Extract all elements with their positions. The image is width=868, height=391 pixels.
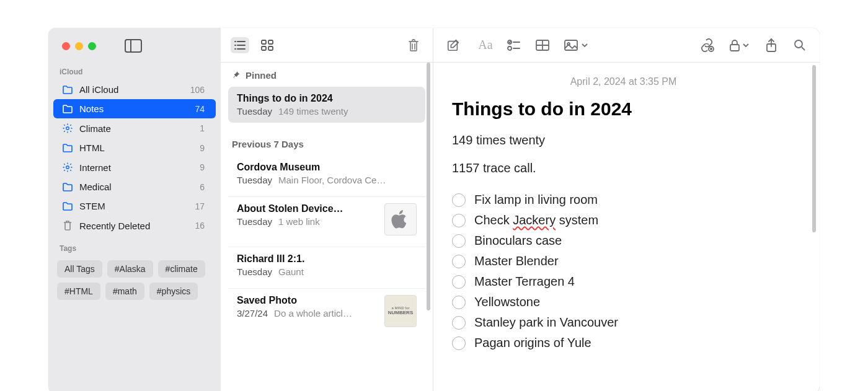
note-item[interactable]: Richard III 2:1.TuesdayGaunt: [228, 247, 425, 283]
minimize-window-button[interactable]: [75, 42, 83, 50]
note-item-date: Tuesday: [237, 106, 272, 116]
checklist-item[interactable]: Master Blender: [452, 254, 795, 268]
editor-scrollbar[interactable]: [811, 65, 817, 232]
folder-count: 16: [195, 221, 205, 231]
svg-point-17: [508, 46, 512, 50]
folder-icon: [62, 182, 73, 192]
share-icon: [766, 38, 777, 52]
checklist-item[interactable]: Binoculars case: [452, 234, 795, 248]
grid-view-button[interactable]: [258, 37, 277, 53]
sidebar-folder-all-icloud[interactable]: All iCloud106: [53, 80, 216, 99]
close-window-button[interactable]: [62, 42, 70, 50]
sidebar-folder-recently-deleted[interactable]: Recently Deleted16: [53, 216, 216, 235]
checkbox-circle[interactable]: [452, 255, 466, 268]
format-button[interactable]: Aa: [478, 38, 493, 53]
checklist-button[interactable]: [507, 38, 521, 53]
previous-7-days-header[interactable]: Previous 7 Days: [221, 128, 433, 156]
checklist-text[interactable]: Binoculars case: [474, 234, 562, 248]
svg-line-30: [802, 47, 805, 50]
list-view-button[interactable]: [231, 37, 249, 53]
sidebar-folder-internet[interactable]: Internet9: [53, 157, 216, 177]
media-button[interactable]: [564, 38, 588, 53]
table-icon: [536, 40, 549, 51]
note-item[interactable]: Things to do in 2024Tuesday149 times twe…: [228, 87, 425, 123]
checklist-text[interactable]: Pagan origins of Yule: [474, 336, 591, 350]
svg-point-29: [795, 40, 802, 48]
folder-icon: [62, 104, 73, 114]
gear-icon: [62, 123, 73, 134]
tag-alaska[interactable]: #Alaska: [107, 260, 153, 278]
checklist-text[interactable]: Yellowstone: [474, 295, 540, 309]
folder-count: 74: [195, 104, 205, 114]
list-scrollbar[interactable]: [425, 63, 432, 310]
zoom-window-button[interactable]: [88, 42, 96, 50]
note-paragraph[interactable]: 1157 trace call.: [452, 161, 795, 175]
note-item[interactable]: About Stolen Device…Tuesday1 web link: [228, 196, 425, 242]
checklist-item[interactable]: Stanley park in Vancouver: [452, 315, 795, 330]
note-date: April 2, 2024 at 3:35 PM: [452, 76, 795, 87]
delete-note-button[interactable]: [404, 37, 423, 53]
folder-name: Medical: [79, 182, 193, 192]
checkbox-circle[interactable]: [452, 275, 466, 289]
tag-physics[interactable]: #physics: [149, 283, 198, 300]
checklist-text[interactable]: Master Blender: [474, 254, 559, 268]
sidebar-folder-notes[interactable]: Notes74: [53, 99, 216, 118]
note-item-preview: Main Floor, Cordova Ce…: [278, 175, 386, 185]
checklist-item[interactable]: Pagan origins of Yule: [452, 336, 795, 350]
gear-icon: [62, 162, 73, 173]
sidebar-folder-html[interactable]: HTML9: [53, 138, 216, 157]
note-paragraph[interactable]: 149 times twenty: [452, 133, 795, 147]
checkbox-circle[interactable]: [452, 316, 466, 330]
checkbox-circle[interactable]: [452, 193, 466, 207]
folder-name: Climate: [79, 123, 193, 134]
folder-count: 6: [200, 182, 205, 192]
note-item-title: About Stolen Device…: [237, 203, 378, 214]
share-button[interactable]: [764, 38, 779, 53]
sidebar: iCloud All iCloud106Notes74Climate1HTML9…: [48, 28, 221, 391]
checkbox-circle[interactable]: [452, 336, 466, 350]
sidebar-folder-climate[interactable]: Climate1: [53, 118, 216, 138]
checklist-text[interactable]: Check Jackery system: [474, 213, 598, 227]
lock-button[interactable]: [728, 38, 750, 53]
checklist-item[interactable]: Master Terragen 4: [452, 275, 795, 289]
editor-body[interactable]: April 2, 2024 at 3:35 PM Things to do in…: [433, 63, 820, 356]
checkbox-circle[interactable]: [452, 214, 466, 227]
folder-icon: [62, 143, 73, 153]
note-item-date: Tuesday: [237, 266, 272, 277]
note-item[interactable]: Cordova MuseumTuesdayMain Floor, Cordova…: [228, 156, 425, 191]
checklist-text[interactable]: Fix lamp in living room: [474, 193, 598, 207]
note-item[interactable]: Saved Photo3/27/24Do a whole articl…a MI…: [228, 288, 425, 333]
checklist-text[interactable]: Stanley park in Vancouver: [474, 315, 618, 330]
note-item-date: Tuesday: [237, 175, 272, 185]
note-item-preview: Gaunt: [278, 266, 304, 277]
tag-all-tags[interactable]: All Tags: [57, 260, 102, 278]
checklist-item[interactable]: Check Jackery system: [452, 213, 795, 227]
folder-name: All iCloud: [79, 84, 184, 95]
window-controls: [62, 42, 96, 50]
sidebar-folder-medical[interactable]: Medical6: [53, 177, 216, 196]
checklist-icon: [507, 39, 521, 51]
checklist-text[interactable]: Master Terragen 4: [474, 275, 575, 289]
checklist-item[interactable]: Fix lamp in living room: [452, 193, 795, 207]
tag-html[interactable]: #HTML: [57, 283, 100, 300]
trash-icon: [62, 220, 73, 231]
svg-rect-10: [262, 46, 266, 50]
toggle-sidebar-button[interactable]: [125, 39, 142, 53]
checkbox-circle[interactable]: [452, 296, 466, 309]
checklist-item[interactable]: Yellowstone: [452, 295, 795, 309]
folder-name: STEM: [79, 201, 188, 211]
new-note-button[interactable]: [446, 38, 461, 53]
folder-count: 17: [195, 201, 205, 211]
tag-math[interactable]: #math: [105, 283, 144, 300]
chevron-down-icon: [582, 43, 588, 47]
link-icon: [699, 38, 714, 52]
checkbox-circle[interactable]: [452, 234, 466, 248]
note-title[interactable]: Things to do in 2024: [452, 99, 795, 120]
table-button[interactable]: [535, 38, 550, 53]
folder-name: Internet: [79, 162, 193, 173]
sidebar-folder-stem[interactable]: STEM17: [53, 196, 216, 216]
link-note-button[interactable]: [699, 38, 714, 53]
search-button[interactable]: [792, 38, 807, 53]
tag-climate[interactable]: #climate: [158, 260, 205, 278]
pinned-header[interactable]: Pinned: [221, 63, 433, 87]
